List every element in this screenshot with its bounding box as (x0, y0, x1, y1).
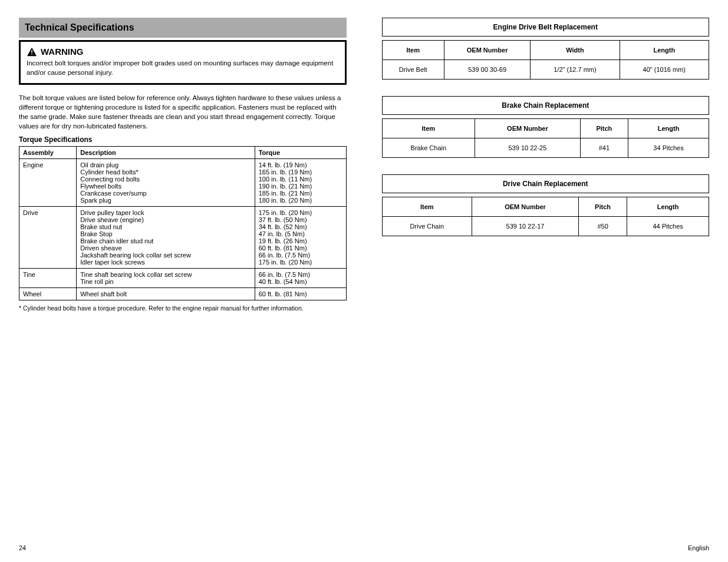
replacement-table-1: Item OEM Number Pitch Length Brake Chain… (382, 118, 710, 158)
replacement-title-1: Brake Chain Replacement (382, 96, 710, 115)
torque-table: Assembly Description Torque Engine Oil d… (19, 146, 347, 300)
table-row: Brake Chain 539 10 22-25 #41 34 Pitches (382, 138, 709, 158)
svg-rect-1 (31, 50, 32, 53)
torque-header-description: Description (77, 147, 255, 159)
torque-footnote: * Cylinder head bolts have a torque proc… (19, 304, 347, 312)
svg-rect-2 (31, 54, 32, 54)
section-title: Technical Specifications (19, 18, 347, 38)
table-row: Wheel Wheel shaft bolt 60 ft. lb. (81 Nm… (19, 288, 347, 300)
page-number: 24 (19, 544, 26, 551)
page-footer: 24 English (19, 544, 709, 551)
page-language: English (688, 544, 709, 551)
warning-label: WARNING (41, 47, 84, 57)
replacement-table-2: Item OEM Number Pitch Length Drive Chain… (382, 197, 710, 236)
replacement-table-0: Item OEM Number Width Length Drive Belt … (382, 40, 710, 80)
table-row: Drive Chain 539 10 22-17 #50 44 Pitches (382, 217, 709, 236)
table-row: Tine Tine shaft bearing lock collar set … (19, 269, 347, 288)
table-row: Drive Belt 539 00 30-69 1/2" (12.7 mm) 4… (382, 60, 709, 80)
table-row: Engine Oil drain plug Cylinder head bolt… (19, 159, 347, 207)
torque-table-title: Torque Specifications (19, 135, 347, 144)
warning-text: Incorrect bolt torques and/or improper b… (27, 59, 339, 77)
torque-header-assembly: Assembly (19, 147, 77, 159)
intro-paragraph: The bolt torque values are listed below … (19, 93, 347, 131)
replacement-title-0: Engine Drive Belt Replacement (382, 18, 710, 37)
warning-triangle-icon (27, 47, 37, 57)
replacement-title-2: Drive Chain Replacement (382, 174, 710, 193)
table-row: Drive Drive pulley taper lock Drive shea… (19, 207, 347, 269)
warning-box: WARNING Incorrect bolt torques and/or im… (19, 40, 347, 85)
torque-header-torque: Torque (255, 147, 346, 159)
